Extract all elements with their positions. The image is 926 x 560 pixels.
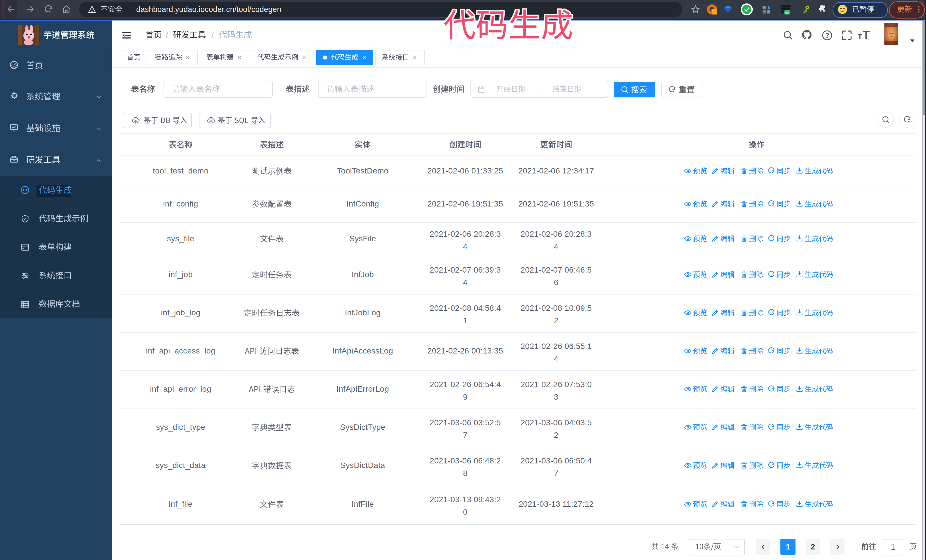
- svg-text:on: on: [785, 11, 789, 14]
